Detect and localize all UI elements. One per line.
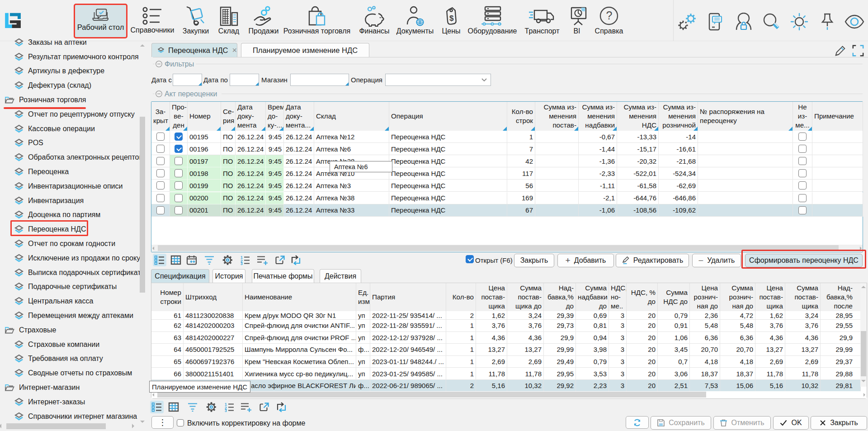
svg-text:3: 3 [225,408,227,412]
svg-text:?: ? [606,9,613,22]
svg-text:3: 3 [241,261,243,265]
svg-text:$: $ [449,14,454,23]
